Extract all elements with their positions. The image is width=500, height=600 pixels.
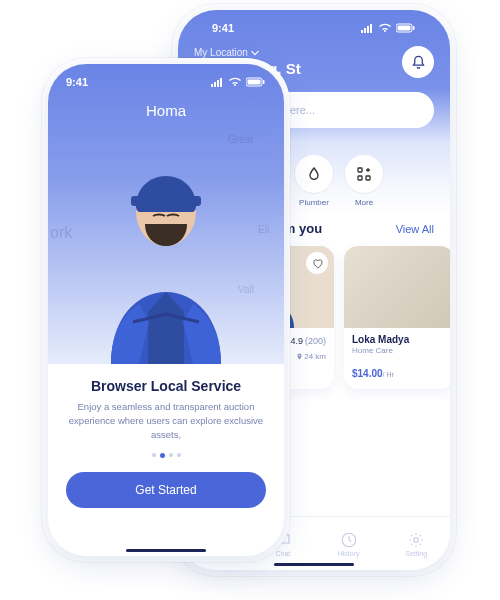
status-bar: 9:41 <box>194 10 434 40</box>
wifi-icon <box>378 23 392 33</box>
category-label: More <box>355 198 373 207</box>
provider-price: $14.00 <box>352 368 383 379</box>
grid-plus-icon <box>356 166 372 182</box>
provider-distance: 24 km <box>296 352 326 361</box>
svg-rect-2 <box>413 26 415 30</box>
cta-label: Get Started <box>135 483 196 497</box>
onboarding-title: Browser Local Service <box>66 378 266 394</box>
clock-icon <box>340 531 358 549</box>
provider-name: Loka Madya <box>352 334 446 345</box>
dot <box>169 453 173 457</box>
provider-rating: 4.9 (200) <box>280 336 326 346</box>
svg-point-11 <box>414 537 419 542</box>
nav-label: Chat <box>276 550 291 557</box>
svg-rect-1 <box>398 26 411 31</box>
gear-icon <box>407 531 425 549</box>
worker-illustration <box>81 154 251 364</box>
notifications-button[interactable] <box>402 46 434 78</box>
nav-history[interactable]: History <box>338 531 360 557</box>
favorite-button[interactable] <box>306 252 328 274</box>
battery-icon <box>396 23 416 33</box>
drop-icon <box>306 166 322 182</box>
category-plumber[interactable]: Plumber <box>294 154 334 207</box>
svg-rect-5 <box>366 176 370 180</box>
get-started-button[interactable]: Get Started <box>66 472 266 508</box>
provider-card[interactable]: Loka Madya Home Care $14.00/ Hr <box>344 246 450 389</box>
onboarding-description: Enjoy a seamless and transparent auction… <box>66 400 266 441</box>
chevron-down-icon <box>251 49 259 57</box>
provider-photo <box>344 246 450 328</box>
nav-label: Setting <box>405 550 427 557</box>
view-all-link[interactable]: View All <box>396 223 434 235</box>
phone-onboarding-screen: 9:41 Homa Great ork Eli Vall Bro <box>48 64 284 556</box>
svg-rect-4 <box>358 176 362 180</box>
signal-icon <box>360 23 374 33</box>
onboarding-hero: 9:41 Homa Great ork Eli Vall <box>48 64 284 364</box>
home-indicator <box>274 563 354 566</box>
svg-rect-3 <box>358 168 362 172</box>
onboarding-body: Browser Local Service Enjoy a seamless a… <box>48 364 284 458</box>
bell-icon <box>411 55 426 70</box>
category-more[interactable]: More <box>344 154 384 207</box>
page-dots <box>66 453 266 458</box>
svg-rect-16 <box>131 196 201 206</box>
price-unit: / Hr <box>383 371 394 378</box>
status-time: 9:41 <box>212 22 234 34</box>
dot-active <box>160 453 165 458</box>
nav-setting[interactable]: Setting <box>405 531 427 557</box>
status-icons <box>360 23 416 33</box>
heart-icon <box>312 258 323 269</box>
home-indicator <box>126 549 206 552</box>
dot <box>177 453 181 457</box>
dot <box>152 453 156 457</box>
location-label: My Location <box>194 47 248 58</box>
nav-label: History <box>338 550 360 557</box>
pin-icon <box>296 353 303 360</box>
provider-subtitle: Home Care <box>352 346 446 355</box>
category-label: Plumber <box>299 198 329 207</box>
